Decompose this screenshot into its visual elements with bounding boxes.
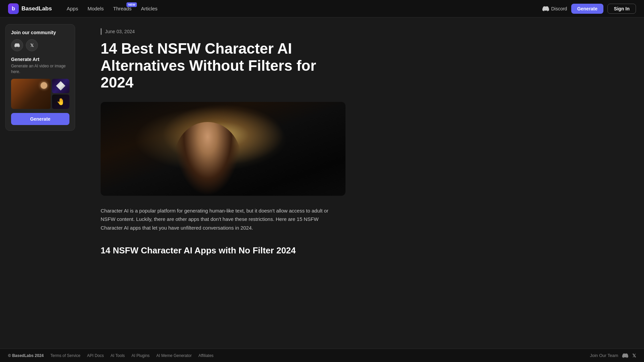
- generate-art-desc: Generate an AI video or image here.: [11, 63, 69, 75]
- art-preview: 🤚: [11, 79, 69, 109]
- generate-button[interactable]: Generate: [571, 4, 604, 14]
- footer-link-plugins[interactable]: AI Plugins: [131, 353, 150, 358]
- nav-item-models[interactable]: Models: [84, 4, 108, 13]
- main-content: June 03, 2024 14 Best NSFW Character AI …: [80, 17, 382, 349]
- footer-right: Join Our Team 𝕏: [590, 353, 636, 359]
- signin-button[interactable]: Sign In: [607, 4, 636, 14]
- sidebar: Join our community 𝕏 Generate Art Genera…: [0, 17, 80, 349]
- discord-link[interactable]: Discord: [542, 5, 567, 12]
- nav-item-apps[interactable]: Apps: [63, 4, 82, 13]
- art-thumb-top: [52, 79, 69, 93]
- date-bar: [101, 28, 102, 35]
- art-thumb-bottom: 🤚: [52, 95, 69, 109]
- section-heading: 14 NSFW Character AI Apps with No Filter…: [101, 245, 356, 256]
- article-title: 14 Best NSFW Character AI Alternatives W…: [101, 40, 335, 91]
- sidebar-generate-button[interactable]: Generate: [11, 113, 69, 125]
- nav-item-threads[interactable]: Threads NEW: [109, 4, 136, 13]
- community-icons: 𝕏: [11, 39, 69, 51]
- footer-left: © BasedLabs 2024 Terms of Service API Do…: [8, 353, 214, 358]
- footer: © BasedLabs 2024 Terms of Service API Do…: [0, 349, 644, 362]
- twitter-community-button[interactable]: 𝕏: [26, 39, 38, 51]
- threads-badge: NEW: [126, 2, 137, 7]
- hand-icon: 🤚: [57, 98, 65, 106]
- nav-item-articles[interactable]: Articles: [137, 4, 161, 13]
- community-title: Join our community: [11, 30, 69, 35]
- page-layout: Join our community 𝕏 Generate Art Genera…: [0, 17, 644, 349]
- discord-icon-small: [14, 43, 20, 48]
- discord-icon: [542, 5, 549, 12]
- generate-art-section: Generate Art Generate an AI video or ima…: [11, 57, 69, 125]
- footer-copyright: © BasedLabs 2024: [8, 353, 44, 358]
- navbar-right: Discord Generate Sign In: [542, 4, 636, 14]
- navbar: b BasedLabs Apps Models Threads NEW Arti…: [0, 0, 644, 17]
- twitter-footer-icon[interactable]: 𝕏: [632, 353, 636, 358]
- generate-art-title: Generate Art: [11, 57, 69, 62]
- art-preview-main: [11, 79, 51, 109]
- discord-label: Discord: [551, 6, 567, 11]
- art-preview-secondary: 🤚: [52, 79, 69, 109]
- x-icon: 𝕏: [30, 43, 34, 48]
- footer-link-affiliates[interactable]: Affiliates: [198, 353, 213, 358]
- footer-link-tos[interactable]: Terms of Service: [50, 353, 80, 358]
- diamond-icon: [56, 81, 65, 90]
- discord-community-button[interactable]: [11, 39, 23, 51]
- date-text: June 03, 2024: [105, 29, 135, 34]
- hero-image-bg: [101, 102, 345, 196]
- logo-text: BasedLabs: [21, 5, 52, 12]
- footer-join-team[interactable]: Join Our Team: [590, 353, 618, 358]
- logo-icon: b: [8, 3, 19, 14]
- footer-link-memegen[interactable]: AI Meme Generator: [156, 353, 192, 358]
- article-date: June 03, 2024: [101, 28, 356, 35]
- nav-links: Apps Models Threads NEW Articles: [63, 4, 542, 13]
- article-intro: Character AI is a popular platform for g…: [101, 206, 329, 232]
- article-hero-image: [101, 102, 345, 196]
- logo-link[interactable]: b BasedLabs: [8, 3, 52, 14]
- community-card: Join our community 𝕏 Generate Art Genera…: [5, 24, 75, 131]
- discord-footer-icon[interactable]: [622, 353, 628, 359]
- footer-link-aitools[interactable]: AI Tools: [111, 353, 125, 358]
- hero-person: [174, 122, 241, 196]
- footer-link-api[interactable]: API Docs: [87, 353, 104, 358]
